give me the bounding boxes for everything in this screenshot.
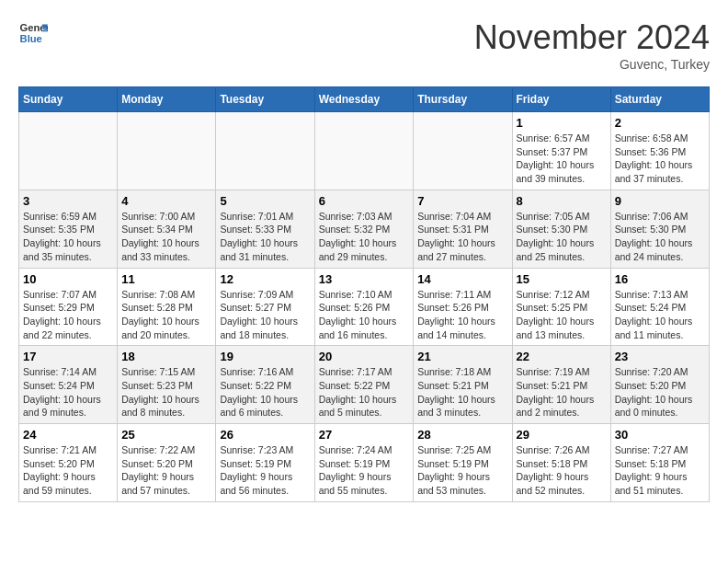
day-number: 6 — [319, 194, 410, 208]
day-info: Sunrise: 7:26 AM Sunset: 5:18 PM Dayligh… — [517, 443, 607, 498]
title-section: November 2024 Guvenc, Turkey — [474, 18, 710, 72]
day-number: 23 — [615, 350, 705, 363]
day-number: 4 — [121, 194, 211, 208]
day-number: 25 — [121, 428, 211, 442]
day-info: Sunrise: 7:20 AM Sunset: 5:20 PM Dayligh… — [615, 365, 705, 419]
logo: General Blue — [18, 18, 48, 48]
day-number: 2 — [615, 116, 705, 130]
calendar-cell: 30Sunrise: 7:27 AM Sunset: 5:18 PM Dayli… — [610, 424, 709, 502]
calendar-cell: 8Sunrise: 7:05 AM Sunset: 5:30 PM Daylig… — [512, 190, 610, 268]
calendar-table: SundayMondayTuesdayWednesdayThursdayFrid… — [18, 86, 710, 502]
calendar-cell: 27Sunrise: 7:24 AM Sunset: 5:19 PM Dayli… — [314, 424, 414, 502]
calendar-cell: 17Sunrise: 7:14 AM Sunset: 5:24 PM Dayli… — [19, 346, 118, 424]
calendar-cell: 14Sunrise: 7:11 AM Sunset: 5:26 PM Dayli… — [414, 268, 512, 346]
day-number: 21 — [417, 350, 507, 363]
day-number: 29 — [517, 428, 607, 442]
day-info: Sunrise: 7:27 AM Sunset: 5:18 PM Dayligh… — [615, 443, 705, 498]
day-info: Sunrise: 7:09 AM Sunset: 5:27 PM Dayligh… — [220, 288, 310, 342]
day-number: 1 — [517, 116, 607, 130]
calendar-cell: 1Sunrise: 6:57 AM Sunset: 5:37 PM Daylig… — [512, 112, 610, 190]
logo-icon: General Blue — [18, 18, 48, 48]
calendar-cell — [216, 112, 314, 190]
weekday-header-saturday: Saturday — [610, 87, 709, 112]
day-number: 22 — [517, 350, 607, 363]
day-number: 15 — [517, 272, 607, 286]
calendar-cell: 18Sunrise: 7:15 AM Sunset: 5:23 PM Dayli… — [118, 346, 216, 424]
day-number: 19 — [220, 350, 310, 363]
month-title: November 2024 — [474, 18, 710, 57]
calendar-cell: 6Sunrise: 7:03 AM Sunset: 5:32 PM Daylig… — [314, 190, 414, 268]
calendar-cell: 25Sunrise: 7:22 AM Sunset: 5:20 PM Dayli… — [118, 424, 216, 502]
day-number: 7 — [417, 194, 507, 208]
day-info: Sunrise: 7:23 AM Sunset: 5:19 PM Dayligh… — [220, 443, 310, 498]
calendar-cell: 20Sunrise: 7:17 AM Sunset: 5:22 PM Dayli… — [314, 346, 414, 424]
calendar-cell: 4Sunrise: 7:00 AM Sunset: 5:34 PM Daylig… — [118, 190, 216, 268]
calendar-cell: 16Sunrise: 7:13 AM Sunset: 5:24 PM Dayli… — [610, 268, 709, 346]
day-info: Sunrise: 7:13 AM Sunset: 5:24 PM Dayligh… — [615, 288, 705, 342]
calendar-cell: 19Sunrise: 7:16 AM Sunset: 5:22 PM Dayli… — [216, 346, 314, 424]
day-info: Sunrise: 7:05 AM Sunset: 5:30 PM Dayligh… — [517, 210, 607, 264]
calendar-cell: 11Sunrise: 7:08 AM Sunset: 5:28 PM Dayli… — [118, 268, 216, 346]
day-info: Sunrise: 7:22 AM Sunset: 5:20 PM Dayligh… — [121, 443, 211, 498]
weekday-header-monday: Monday — [118, 87, 216, 112]
calendar-cell — [314, 112, 414, 190]
day-info: Sunrise: 7:21 AM Sunset: 5:20 PM Dayligh… — [23, 443, 113, 498]
day-number: 20 — [319, 350, 410, 363]
day-number: 11 — [121, 272, 211, 286]
calendar-cell: 3Sunrise: 6:59 AM Sunset: 5:35 PM Daylig… — [19, 190, 118, 268]
day-number: 8 — [517, 194, 607, 208]
calendar-cell: 10Sunrise: 7:07 AM Sunset: 5:29 PM Dayli… — [19, 268, 118, 346]
weekday-header-sunday: Sunday — [19, 87, 118, 112]
calendar-cell — [19, 112, 118, 190]
day-info: Sunrise: 6:57 AM Sunset: 5:37 PM Dayligh… — [517, 132, 607, 186]
day-number: 3 — [23, 194, 113, 208]
day-info: Sunrise: 7:19 AM Sunset: 5:21 PM Dayligh… — [517, 365, 607, 419]
day-number: 14 — [417, 272, 507, 286]
calendar-cell: 23Sunrise: 7:20 AM Sunset: 5:20 PM Dayli… — [610, 346, 709, 424]
calendar-cell — [414, 112, 512, 190]
day-info: Sunrise: 7:11 AM Sunset: 5:26 PM Dayligh… — [417, 288, 507, 342]
day-number: 17 — [23, 350, 113, 363]
day-number: 24 — [23, 428, 113, 442]
calendar-cell: 2Sunrise: 6:58 AM Sunset: 5:36 PM Daylig… — [610, 112, 709, 190]
calendar-cell: 13Sunrise: 7:10 AM Sunset: 5:26 PM Dayli… — [314, 268, 414, 346]
location: Guvenc, Turkey — [474, 57, 710, 72]
day-info: Sunrise: 7:14 AM Sunset: 5:24 PM Dayligh… — [23, 365, 113, 419]
day-info: Sunrise: 7:07 AM Sunset: 5:29 PM Dayligh… — [23, 288, 113, 342]
day-number: 28 — [417, 428, 507, 442]
day-info: Sunrise: 7:10 AM Sunset: 5:26 PM Dayligh… — [319, 288, 410, 342]
calendar-cell: 15Sunrise: 7:12 AM Sunset: 5:25 PM Dayli… — [512, 268, 610, 346]
day-info: Sunrise: 7:15 AM Sunset: 5:23 PM Dayligh… — [121, 365, 211, 419]
day-number: 13 — [319, 272, 410, 286]
day-number: 9 — [615, 194, 705, 208]
calendar-cell: 29Sunrise: 7:26 AM Sunset: 5:18 PM Dayli… — [512, 424, 610, 502]
day-number: 26 — [220, 428, 310, 442]
calendar-cell: 26Sunrise: 7:23 AM Sunset: 5:19 PM Dayli… — [216, 424, 314, 502]
day-info: Sunrise: 7:17 AM Sunset: 5:22 PM Dayligh… — [319, 365, 410, 419]
weekday-header-friday: Friday — [512, 87, 610, 112]
calendar-cell: 21Sunrise: 7:18 AM Sunset: 5:21 PM Dayli… — [414, 346, 512, 424]
day-info: Sunrise: 7:12 AM Sunset: 5:25 PM Dayligh… — [517, 288, 607, 342]
day-number: 18 — [121, 350, 211, 363]
weekday-header-wednesday: Wednesday — [314, 87, 414, 112]
day-number: 5 — [220, 194, 310, 208]
calendar-cell: 28Sunrise: 7:25 AM Sunset: 5:19 PM Dayli… — [414, 424, 512, 502]
svg-text:Blue: Blue — [20, 33, 42, 44]
day-number: 16 — [615, 272, 705, 286]
day-info: Sunrise: 7:08 AM Sunset: 5:28 PM Dayligh… — [121, 288, 211, 342]
day-info: Sunrise: 7:24 AM Sunset: 5:19 PM Dayligh… — [319, 443, 410, 498]
day-info: Sunrise: 7:03 AM Sunset: 5:32 PM Dayligh… — [319, 210, 410, 264]
calendar-cell: 7Sunrise: 7:04 AM Sunset: 5:31 PM Daylig… — [414, 190, 512, 268]
day-info: Sunrise: 7:16 AM Sunset: 5:22 PM Dayligh… — [220, 365, 310, 419]
day-info: Sunrise: 6:59 AM Sunset: 5:35 PM Dayligh… — [23, 210, 113, 264]
calendar-cell — [118, 112, 216, 190]
weekday-header-tuesday: Tuesday — [216, 87, 314, 112]
day-number: 10 — [23, 272, 113, 286]
day-info: Sunrise: 7:00 AM Sunset: 5:34 PM Dayligh… — [121, 210, 211, 264]
day-number: 27 — [319, 428, 410, 442]
day-info: Sunrise: 7:06 AM Sunset: 5:30 PM Dayligh… — [615, 210, 705, 264]
day-number: 12 — [220, 272, 310, 286]
day-info: Sunrise: 6:58 AM Sunset: 5:36 PM Dayligh… — [615, 132, 705, 186]
calendar-cell: 12Sunrise: 7:09 AM Sunset: 5:27 PM Dayli… — [216, 268, 314, 346]
day-info: Sunrise: 7:25 AM Sunset: 5:19 PM Dayligh… — [417, 443, 507, 498]
